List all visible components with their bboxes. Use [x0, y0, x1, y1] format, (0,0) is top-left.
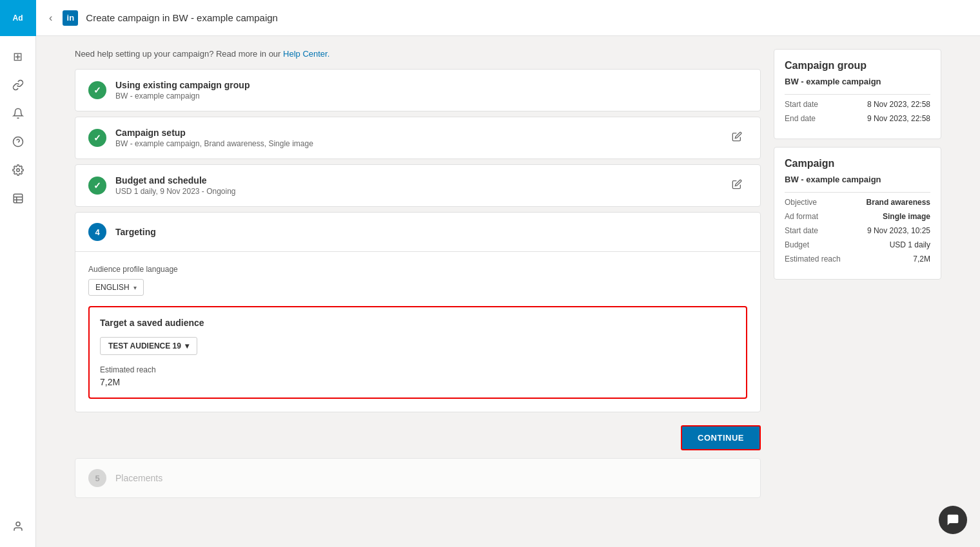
step5-placements-card: 5 Placements	[75, 458, 761, 498]
sidebar-nav: ⊞	[5, 36, 31, 506]
targeting-body: Audience profile language ENGLISH ▾ Targ…	[75, 252, 760, 412]
step3-edit-button[interactable]	[727, 177, 747, 195]
continue-area: CONTINUE	[75, 417, 761, 458]
campaign-group-name: BW - example campaign	[785, 77, 930, 86]
targeting-title: Targeting	[115, 227, 156, 237]
step2-card: Campaign setup BW - example campaign, Br…	[75, 117, 761, 159]
step1-check-icon	[88, 81, 106, 99]
main-area: ‹ in Create campaign in BW - example cam…	[36, 0, 980, 547]
step3-title: Budget and schedule	[115, 175, 718, 186]
objective-value: Brand awareness	[867, 198, 930, 207]
audience-dropdown[interactable]: TEST AUDIENCE 19 ▾	[100, 337, 197, 355]
audience-language-label: Audience profile language	[88, 265, 747, 274]
ad-format-label: Ad format	[785, 212, 818, 221]
audience-estimated-reach-value: 7,2M	[100, 377, 736, 387]
left-sidebar: Ad ⊞	[0, 0, 36, 547]
svg-rect-3	[14, 194, 23, 203]
audience-dropdown-arrow: ▾	[185, 341, 189, 350]
start-date-value: 8 Nov 2023, 22:58	[867, 100, 930, 109]
svg-point-2	[16, 169, 19, 172]
objective-label: Objective	[785, 198, 817, 207]
step3-card: Budget and schedule USD 1 daily, 9 Nov 2…	[75, 164, 761, 207]
step2-edit-button[interactable]	[727, 129, 747, 147]
link-icon[interactable]	[5, 72, 31, 98]
step3-check-icon	[88, 177, 106, 195]
saved-audience-box: Target a saved audience TEST AUDIENCE 19…	[88, 306, 747, 399]
language-select[interactable]: ENGLISH ▾	[88, 279, 144, 296]
grid-icon[interactable]: ⊞	[5, 44, 31, 70]
page-title: Create campaign in BW - example campaign	[86, 12, 278, 23]
audience-dropdown-label: TEST AUDIENCE 19	[108, 341, 181, 350]
help-icon[interactable]	[5, 129, 31, 155]
budget-value: USD 1 daily	[890, 240, 930, 249]
estimated-reach-label: Estimated reach	[785, 254, 841, 264]
right-panel: Campaign group BW - example campaign Sta…	[774, 49, 941, 534]
step2-title: Campaign setup	[115, 128, 718, 138]
ad-format-value: Single image	[883, 212, 930, 221]
language-value: ENGLISH	[95, 283, 130, 292]
placements-title: Placements	[115, 473, 162, 483]
end-date-row: End date 9 Nov 2023, 22:58	[785, 114, 930, 123]
budget-label: Budget	[785, 240, 809, 249]
sidebar-bottom	[5, 506, 31, 547]
table-icon[interactable]	[5, 186, 31, 211]
targeting-header: 4 Targeting	[75, 213, 760, 252]
step2-content: Campaign setup BW - example campaign, Br…	[115, 128, 718, 148]
help-text: Need help setting up your campaign? Read…	[75, 49, 761, 59]
end-date-label: End date	[785, 114, 816, 123]
bell-icon[interactable]	[5, 101, 31, 126]
linkedin-logo: in	[63, 10, 78, 26]
content-area: Need help setting up your campaign? Read…	[36, 36, 980, 547]
ad-format-row: Ad format Single image	[785, 212, 930, 221]
svg-point-7	[16, 522, 20, 526]
audience-estimated-reach-label: Estimated reach	[100, 365, 736, 374]
campaign-start-date-value: 9 Nov 2023, 10:25	[867, 226, 930, 235]
budget-row: Budget USD 1 daily	[785, 240, 930, 249]
top-header: ‹ in Create campaign in BW - example cam…	[36, 0, 980, 36]
campaign-name: BW - example campaign	[785, 175, 930, 184]
chat-bubble[interactable]	[939, 506, 967, 534]
estimated-reach-value: 7,2M	[913, 254, 930, 264]
step3-subtitle: USD 1 daily, 9 Nov 2023 - Ongoing	[115, 187, 718, 196]
campaign-group-panel: Campaign group BW - example campaign Sta…	[774, 49, 941, 139]
sidebar-logo: Ad	[0, 0, 36, 36]
back-button[interactable]: ‹	[46, 10, 55, 26]
language-dropdown-arrow: ▾	[133, 284, 137, 291]
step5-number-icon: 5	[88, 469, 106, 487]
step4-number-icon: 4	[88, 223, 106, 241]
step1-content: Using existing campaign group BW - examp…	[115, 80, 747, 101]
step4-targeting-card: 4 Targeting Audience profile language EN…	[75, 212, 761, 412]
step2-check-icon	[88, 129, 106, 147]
campaign-panel: Campaign BW - example campaign Objective…	[774, 147, 941, 280]
step3-content: Budget and schedule USD 1 daily, 9 Nov 2…	[115, 175, 718, 196]
start-date-label: Start date	[785, 100, 818, 109]
saved-audience-title: Target a saved audience	[100, 318, 736, 328]
objective-row: Objective Brand awareness	[785, 198, 930, 207]
step1-title: Using existing campaign group	[115, 80, 747, 90]
settings-icon[interactable]	[5, 157, 31, 183]
continue-button[interactable]: CONTINUE	[681, 425, 761, 450]
start-date-row: Start date 8 Nov 2023, 22:58	[785, 100, 930, 109]
main-content: Need help setting up your campaign? Read…	[75, 49, 761, 534]
step1-card: Using existing campaign group BW - examp…	[75, 69, 761, 111]
estimated-reach-row: Estimated reach 7,2M	[785, 254, 930, 264]
campaign-group-title: Campaign group	[785, 60, 930, 72]
campaign-start-date-label: Start date	[785, 226, 818, 235]
step1-subtitle: BW - example campaign	[115, 91, 747, 101]
end-date-value: 9 Nov 2023, 22:58	[867, 114, 930, 123]
user-icon[interactable]	[5, 513, 31, 539]
campaign-start-date-row: Start date 9 Nov 2023, 10:25	[785, 226, 930, 235]
step2-subtitle: BW - example campaign, Brand awareness, …	[115, 139, 718, 148]
campaign-panel-title: Campaign	[785, 158, 930, 169]
help-center-link[interactable]: Help Center.	[283, 49, 329, 59]
